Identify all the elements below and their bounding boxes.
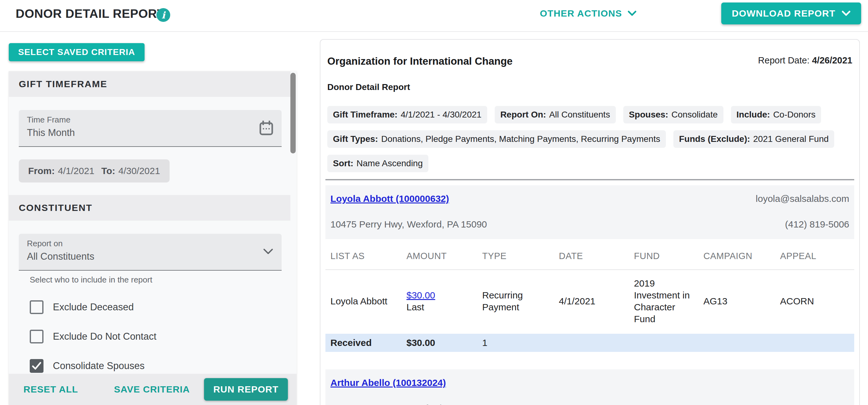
donor-address-line: 10475 Perry Hwy, Wexford, PA 15090 (412)… bbox=[331, 219, 849, 230]
criteria-panel: GIFT TIMEFRAME Time Frame This Month Fro… bbox=[9, 71, 297, 405]
chip-label: Report On: bbox=[500, 110, 546, 120]
reset-all-button[interactable]: RESET ALL bbox=[24, 384, 78, 395]
checkbox-exclude-do-not-contact[interactable]: Exclude Do Not Contact bbox=[30, 330, 297, 343]
time-frame-select[interactable]: Time Frame This Month bbox=[19, 110, 282, 147]
chip-label: Funds (Exclude): bbox=[679, 134, 750, 144]
gift-table-row: Loyola Abbott $30.00 Last Recurring Paym… bbox=[326, 270, 854, 334]
report-date-label: Report Date: bbox=[758, 55, 809, 65]
amount-link[interactable]: $30.00 bbox=[406, 290, 435, 300]
donor-address: 10475 Perry Hwy, Wexford, PA 15090 bbox=[331, 219, 487, 230]
constituent-title: CONSTITUENT bbox=[19, 203, 92, 213]
chevron-down-icon bbox=[628, 11, 637, 16]
checkbox-icon bbox=[30, 330, 43, 343]
chip-value: Donations, Pledge Payments, Matching Pay… bbox=[381, 134, 660, 144]
report-on-helper-text: Select who to include in the report bbox=[30, 275, 297, 285]
chip-label: Sort: bbox=[333, 159, 353, 168]
panel-scrollbar[interactable] bbox=[290, 73, 296, 154]
checkbox-icon bbox=[30, 300, 43, 314]
checkbox-checked-icon bbox=[30, 359, 43, 373]
select-saved-criteria-button[interactable]: SELECT SAVED CRITERIA bbox=[9, 43, 145, 61]
donor-address-line: 10669 Perry Hwy, Wexford, PA 15090 bbox=[331, 403, 849, 405]
column-header: APPEAL bbox=[780, 251, 860, 261]
cell-amount: $30.00 Last bbox=[406, 290, 482, 313]
summary-label: Received bbox=[331, 337, 406, 349]
other-actions-menu[interactable]: OTHER ACTIONS bbox=[540, 8, 637, 19]
timeframe-range-chip: From: 4/1/2021 To: 4/30/2021 bbox=[19, 159, 169, 182]
cell-type: Recurring Payment bbox=[482, 290, 559, 313]
report-divider bbox=[326, 179, 854, 180]
cell-appeal: ACORN bbox=[780, 295, 860, 307]
donor-address: 10669 Perry Hwy, Wexford, PA 15090 bbox=[331, 403, 487, 405]
run-report-button[interactable]: RUN REPORT bbox=[204, 378, 288, 401]
chip-value: Consolidate bbox=[672, 110, 718, 120]
checkmark-icon bbox=[32, 362, 41, 370]
save-criteria-button[interactable]: SAVE CRITERIA bbox=[114, 384, 190, 395]
cell-campaign: AG13 bbox=[704, 295, 780, 307]
info-icon-glyph: i bbox=[161, 10, 165, 21]
chip-value: 4/1/2021 - 4/30/2021 bbox=[401, 110, 481, 120]
cell-list-as: Loyola Abbott bbox=[331, 295, 406, 307]
report-date: Report Date:4/26/2021 bbox=[758, 55, 852, 66]
criteria-chip: Gift Timeframe:4/1/2021 - 4/30/2021 bbox=[327, 106, 487, 124]
criteria-chip: Gift Types:Donations, Pledge Payments, M… bbox=[327, 130, 666, 148]
from-label: From: bbox=[28, 166, 55, 176]
chip-label: Gift Timeframe: bbox=[333, 110, 397, 120]
gift-table-header: LIST AS AMOUNT TYPE DATE FUND CAMPAIGN A… bbox=[326, 251, 854, 261]
organization-name: Organization for International Change bbox=[327, 55, 513, 67]
chip-value: Name Ascending bbox=[356, 159, 423, 168]
checkbox-exclude-deceased[interactable]: Exclude Deceased bbox=[30, 300, 297, 314]
to-label: To: bbox=[101, 166, 115, 176]
other-actions-label: OTHER ACTIONS bbox=[540, 8, 622, 19]
donor-name-link[interactable]: Arthur Abello (100132024) bbox=[331, 377, 446, 388]
checkbox-label: Consolidate Spouses bbox=[53, 360, 145, 372]
donor-email: loyola@salsalabs.com bbox=[756, 194, 849, 204]
report-date-value: 4/26/2021 bbox=[812, 55, 852, 65]
column-header: CAMPAIGN bbox=[704, 251, 780, 261]
chevron-down-icon bbox=[842, 11, 850, 16]
chip-value: Co-Donors bbox=[773, 110, 815, 120]
criteria-panel-footer: RESET ALL SAVE CRITERIA RUN REPORT bbox=[9, 374, 297, 405]
amount-sub-label: Last bbox=[406, 301, 473, 313]
calendar-icon[interactable] bbox=[259, 121, 274, 136]
chevron-down-icon bbox=[263, 248, 274, 255]
received-summary-row: Received $30.00 1 bbox=[326, 334, 854, 352]
donor-detail-report-page: DONOR DETAIL REPORT i OTHER ACTIONS DOWN… bbox=[0, 0, 868, 405]
report-on-value: All Constituents bbox=[27, 251, 282, 262]
donor-header-block: Arthur Abello (100132024) 10669 Perry Hw… bbox=[326, 369, 854, 405]
chip-label: Include: bbox=[737, 110, 770, 120]
criteria-chip: Sort:Name Ascending bbox=[327, 155, 428, 172]
top-header: DONOR DETAIL REPORT i OTHER ACTIONS DOWN… bbox=[0, 0, 868, 31]
download-report-button[interactable]: DOWNLOAD REPORT bbox=[721, 2, 861, 24]
gift-timeframe-title: GIFT TIMEFRAME bbox=[19, 79, 107, 89]
time-frame-label: Time Frame bbox=[27, 115, 282, 125]
criteria-chip: Funds (Exclude):2021 General Fund bbox=[673, 130, 834, 148]
donor-header-block: Loyola Abbott (100000632) loyola@salsala… bbox=[326, 185, 854, 239]
time-frame-value: This Month bbox=[27, 127, 282, 138]
page-title: DONOR DETAIL REPORT bbox=[16, 7, 164, 21]
from-value: 4/1/2021 bbox=[58, 166, 94, 176]
download-report-label: DOWNLOAD REPORT bbox=[732, 8, 835, 19]
donor-name-link[interactable]: Loyola Abbott (100000632) bbox=[331, 194, 449, 204]
info-icon[interactable]: i bbox=[156, 8, 170, 22]
checkbox-label: Exclude Deceased bbox=[53, 302, 134, 313]
chip-label: Spouses: bbox=[629, 110, 669, 120]
column-header: LIST AS bbox=[331, 251, 406, 261]
criteria-chip: Include:Co-Donors bbox=[731, 106, 822, 124]
report-card-header: Organization for International Change Re… bbox=[326, 55, 854, 67]
section-header-gift-timeframe: GIFT TIMEFRAME bbox=[9, 71, 290, 97]
report-on-label: Report on bbox=[27, 239, 282, 248]
column-header: AMOUNT bbox=[406, 251, 482, 261]
summary-count: 1 bbox=[482, 337, 559, 349]
to-value: 4/30/2021 bbox=[118, 166, 160, 176]
checkbox-consolidate-spouses[interactable]: Consolidate Spouses bbox=[30, 359, 297, 373]
checkbox-label: Exclude Do Not Contact bbox=[53, 331, 156, 342]
cell-fund: 2019 Investment in Character Fund bbox=[634, 277, 704, 325]
donor-phone: (412) 819-5006 bbox=[785, 219, 849, 230]
cell-date: 4/1/2021 bbox=[559, 295, 634, 307]
report-card: Organization for International Change Re… bbox=[320, 39, 860, 405]
spacer bbox=[326, 352, 854, 369]
chip-value: 2021 General Fund bbox=[753, 134, 829, 144]
select-saved-criteria-label: SELECT SAVED CRITERIA bbox=[18, 47, 135, 57]
report-on-select[interactable]: Report on All Constituents bbox=[19, 234, 282, 271]
column-header: TYPE bbox=[482, 251, 559, 261]
